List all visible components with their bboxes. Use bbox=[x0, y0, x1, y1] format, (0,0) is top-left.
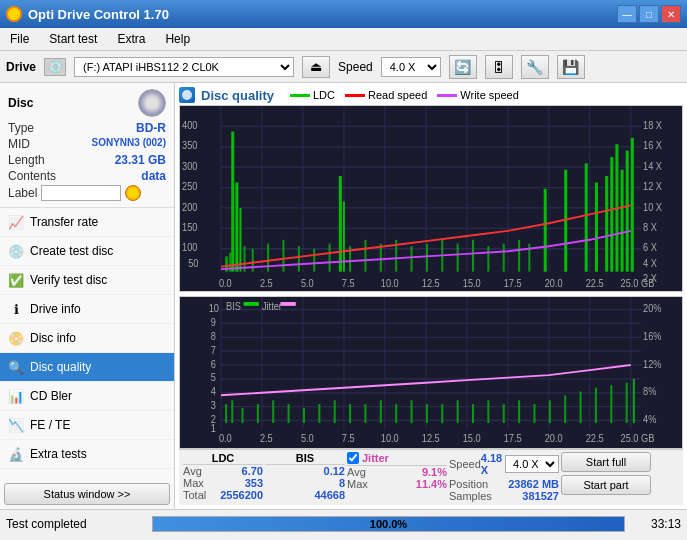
svg-rect-146 bbox=[533, 404, 535, 423]
position-value: 23862 MB bbox=[508, 478, 559, 490]
svg-text:20%: 20% bbox=[643, 302, 661, 314]
svg-text:6 X: 6 X bbox=[643, 241, 657, 253]
svg-rect-147 bbox=[549, 400, 551, 423]
label-input[interactable] bbox=[41, 185, 121, 201]
legend-write-speed: Write speed bbox=[460, 89, 519, 101]
sidebar-item-fe-te[interactable]: 📉 FE / TE bbox=[0, 411, 174, 440]
bis-total: 44668 bbox=[314, 489, 345, 501]
drive-select[interactable]: (F:) ATAPI iHBS112 2 CL0K bbox=[74, 57, 294, 77]
speed-select[interactable]: 4.0 X 8.0 X bbox=[381, 57, 441, 77]
menu-start-test[interactable]: Start test bbox=[45, 30, 101, 48]
sidebar-item-disc-quality[interactable]: 🔍 Disc quality bbox=[0, 353, 174, 382]
minimize-button[interactable]: — bbox=[617, 5, 637, 23]
start-part-button[interactable]: Start part bbox=[561, 475, 651, 495]
svg-rect-151 bbox=[610, 385, 612, 423]
speed-stat-value: 4.18 X bbox=[481, 452, 505, 476]
status-window-button[interactable]: Status window >> bbox=[4, 483, 170, 505]
svg-rect-57 bbox=[298, 246, 300, 271]
svg-text:2.5: 2.5 bbox=[260, 432, 273, 444]
chart-area: Disc quality LDC Read speed Write speed bbox=[175, 83, 687, 509]
start-full-button[interactable]: Start full bbox=[561, 452, 651, 472]
svg-text:22.5: 22.5 bbox=[586, 277, 604, 289]
sidebar-item-extra-tests[interactable]: 🔬 Extra tests bbox=[0, 440, 174, 469]
create-test-label: Create test disc bbox=[30, 244, 113, 258]
avg-label: Avg bbox=[183, 465, 202, 477]
label-icon bbox=[125, 185, 141, 201]
svg-rect-152 bbox=[626, 382, 628, 422]
refresh-button[interactable]: 🔄 bbox=[449, 55, 477, 79]
position-label: Position bbox=[449, 478, 488, 490]
jitter-checkbox[interactable] bbox=[347, 452, 359, 464]
svg-rect-131 bbox=[303, 408, 305, 423]
svg-rect-63 bbox=[364, 240, 366, 272]
verify-test-icon: ✅ bbox=[8, 272, 24, 288]
jitter-stats: Jitter Avg9.1% Max11.4% bbox=[347, 452, 447, 490]
menu-help[interactable]: Help bbox=[161, 30, 194, 48]
title-bar: Opti Drive Control 1.70 — □ ✕ bbox=[0, 0, 687, 28]
menu-extra[interactable]: Extra bbox=[113, 30, 149, 48]
svg-rect-76 bbox=[605, 176, 608, 272]
eject-button[interactable]: ⏏ bbox=[302, 56, 330, 78]
svg-rect-50 bbox=[239, 208, 241, 272]
extra-tests-label: Extra tests bbox=[30, 447, 87, 461]
status-text: Test completed bbox=[6, 517, 146, 531]
svg-text:15.0: 15.0 bbox=[463, 277, 481, 289]
svg-text:6: 6 bbox=[211, 357, 216, 369]
svg-rect-83 bbox=[518, 240, 520, 272]
sidebar-item-drive-info[interactable]: ℹ Drive info bbox=[0, 295, 174, 324]
disc-title: Disc bbox=[8, 96, 33, 110]
sidebar-item-create-test[interactable]: 💿 Create test disc bbox=[0, 237, 174, 266]
svg-rect-132 bbox=[318, 404, 320, 423]
svg-rect-71 bbox=[487, 246, 489, 271]
svg-rect-139 bbox=[426, 404, 428, 423]
jitter-avg: 9.1% bbox=[422, 466, 447, 478]
svg-rect-82 bbox=[503, 244, 505, 272]
jitter-max: 11.4% bbox=[416, 478, 447, 490]
svg-text:5.0: 5.0 bbox=[301, 432, 314, 444]
svg-text:4 X: 4 X bbox=[643, 257, 657, 269]
window-title: Opti Drive Control 1.70 bbox=[28, 7, 169, 22]
sidebar-item-cd-bler[interactable]: 📊 CD Bler bbox=[0, 382, 174, 411]
sidebar-item-disc-info[interactable]: 📀 Disc info bbox=[0, 324, 174, 353]
svg-text:BIS: BIS bbox=[226, 300, 241, 312]
ldc-max: 353 bbox=[245, 477, 263, 489]
svg-text:16 X: 16 X bbox=[643, 139, 662, 151]
svg-rect-137 bbox=[395, 404, 397, 423]
svg-text:12%: 12% bbox=[643, 357, 661, 369]
close-button[interactable]: ✕ bbox=[661, 5, 681, 23]
bis-stats: BIS 0.12 8 44668 bbox=[265, 452, 345, 501]
svg-rect-85 bbox=[180, 297, 682, 448]
svg-text:4%: 4% bbox=[643, 413, 656, 425]
sidebar-item-transfer-rate[interactable]: 📈 Transfer rate bbox=[0, 208, 174, 237]
disc-quality-label: Disc quality bbox=[30, 360, 91, 374]
speed-label: Speed bbox=[338, 60, 373, 74]
svg-rect-60 bbox=[313, 249, 315, 272]
action-buttons: Start full Start part bbox=[561, 452, 651, 495]
svg-text:8: 8 bbox=[211, 330, 216, 342]
drive-bar: Drive 💿 (F:) ATAPI iHBS112 2 CL0K ⏏ Spee… bbox=[0, 51, 687, 83]
sidebar-item-verify-test[interactable]: ✅ Verify test disc bbox=[0, 266, 174, 295]
cd-bler-icon: 📊 bbox=[8, 388, 24, 404]
menu-bar: File Start test Extra Help bbox=[0, 28, 687, 51]
svg-rect-125 bbox=[225, 404, 227, 423]
svg-rect-56 bbox=[282, 240, 284, 272]
svg-rect-127 bbox=[241, 408, 243, 423]
extra-button[interactable]: 🔧 bbox=[521, 55, 549, 79]
svg-text:100: 100 bbox=[182, 241, 198, 253]
svg-text:0.0: 0.0 bbox=[219, 432, 232, 444]
maximize-button[interactable]: □ bbox=[639, 5, 659, 23]
svg-rect-77 bbox=[610, 157, 613, 272]
menu-file[interactable]: File bbox=[6, 30, 33, 48]
jitter-max-lbl: Max bbox=[347, 478, 368, 490]
ldc-stats: LDC Avg6.70 Max353 Total2556200 bbox=[183, 452, 263, 501]
svg-rect-79 bbox=[621, 170, 624, 272]
svg-text:12 X: 12 X bbox=[643, 180, 662, 192]
settings-button[interactable]: 🎛 bbox=[485, 55, 513, 79]
speed-select2[interactable]: 4.0 X8.0 X bbox=[505, 455, 559, 473]
svg-rect-67 bbox=[426, 244, 428, 272]
svg-rect-61 bbox=[329, 244, 331, 272]
svg-text:7.5: 7.5 bbox=[342, 432, 355, 444]
chart-title: Disc quality bbox=[201, 88, 274, 103]
svg-rect-149 bbox=[580, 391, 582, 423]
save-button[interactable]: 💾 bbox=[557, 55, 585, 79]
